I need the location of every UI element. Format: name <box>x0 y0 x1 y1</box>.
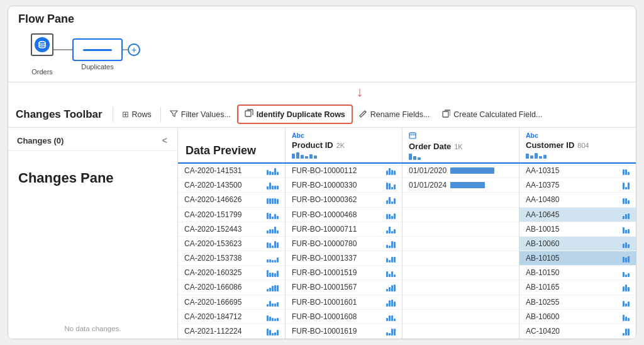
cid-sparkline <box>623 210 630 219</box>
product-id-cell: FUR-BO-10001519 <box>286 266 402 280</box>
no-data-label: No data changes. <box>64 325 121 332</box>
order-date-cell <box>402 237 519 251</box>
customer-id-cell: AB-10165 <box>519 280 636 295</box>
filter-rows-button[interactable]: ⊞ Rows <box>116 106 158 122</box>
changes-pane-title: Changes Pane <box>8 151 177 193</box>
pid-sparkline <box>386 210 396 219</box>
order-date-cell <box>402 193 519 207</box>
order-date-cell <box>402 208 519 222</box>
pid-sparkline <box>386 254 396 263</box>
customer-id-cell: AA-10480 <box>519 193 636 207</box>
pid-sparkline <box>386 327 396 336</box>
flow-pane-title: Flow Pane <box>18 13 626 26</box>
mini-bar-1 <box>292 154 295 159</box>
od-bar-3 <box>418 157 421 160</box>
row-sparkline <box>267 327 279 336</box>
row-id-cell: CA-2020-166695 <box>178 295 285 310</box>
svg-rect-3 <box>409 133 416 139</box>
data-preview-area: Data Preview Abc Product ID 2K <box>178 128 636 339</box>
customer-id-count: 804 <box>577 142 589 149</box>
cid-bar-2 <box>530 156 533 159</box>
customer-id-column: AA-10315 AA-10375 AA-10480 AA-10645 <box>519 164 636 339</box>
rename-fields-button[interactable]: Rename Fields... <box>353 106 436 123</box>
cid-bar-1 <box>526 154 529 159</box>
customer-id-cell: AB-10255 <box>519 295 636 310</box>
add-node-button[interactable]: + <box>128 43 140 56</box>
customer-id-cell: AA-10315 <box>519 164 636 178</box>
row-sparkline <box>267 210 279 219</box>
order-date-cell <box>402 266 519 280</box>
connector-line <box>53 49 72 50</box>
order-date-cell <box>402 295 519 310</box>
product-id-cell: FUR-BO-10000362 <box>286 193 402 207</box>
cid-sparkline <box>623 283 630 291</box>
pid-sparkline <box>386 239 396 248</box>
collapse-button[interactable]: < <box>160 134 170 147</box>
product-id-name: Product ID <box>292 140 333 150</box>
customer-id-col-header: Abc Customer ID 804 <box>519 128 636 162</box>
changes-count-label: Changes (0) <box>17 136 64 145</box>
od-bar-1 <box>409 154 412 160</box>
cid-bar-4 <box>539 156 542 159</box>
create-calculated-label: Create Calculated Field... <box>453 110 542 119</box>
pid-sparkline <box>386 225 396 234</box>
flow-area: Orders Duplicates + <box>18 31 626 77</box>
cid-sparkline <box>623 254 630 263</box>
customer-id-cell: AA-10375 <box>519 178 636 193</box>
cid-sparkline <box>623 181 630 189</box>
flow-node-orders[interactable]: Orders <box>31 33 53 76</box>
product-id-sparkline <box>292 152 396 159</box>
svg-point-0 <box>39 42 45 44</box>
row-sparkline <box>267 312 279 321</box>
product-id-cell: FUR-BO-10001619 <box>286 324 402 339</box>
changes-sidebar: Changes (0) < Changes Pane No data chang… <box>8 128 178 339</box>
pid-sparkline <box>386 298 396 307</box>
duplicates-label: Duplicates <box>81 63 113 71</box>
customer-id-cell: AB-10015 <box>519 222 636 237</box>
order-date-cell: 01/01/2020 <box>402 164 519 178</box>
connector-line-2 <box>123 49 128 50</box>
product-id-count: 2K <box>336 142 345 149</box>
row-id-cell: CA-2020-153623 <box>178 237 285 251</box>
order-date-cell: 01/01/2024 <box>402 178 519 193</box>
cid-sparkline <box>623 312 630 321</box>
cid-sparkline <box>623 195 630 204</box>
row-id-cell: CA-2020-184712 <box>178 310 285 324</box>
product-id-cell: FUR-BO-10001337 <box>286 251 402 266</box>
rename-fields-label: Rename Fields... <box>370 110 430 119</box>
identify-duplicates-button[interactable]: Identify Duplicate Rows <box>237 105 353 124</box>
down-arrow-icon: ↓ <box>357 84 364 100</box>
row-id-cell: CA-2020-143500 <box>178 178 285 193</box>
customer-id-cell: AA-10645 <box>519 208 636 222</box>
customer-id-sparkline <box>526 152 630 159</box>
row-id-cell: CA-2020-141531 <box>178 164 285 178</box>
row-sparkline <box>267 268 279 277</box>
data-preview-title: Data Preview <box>186 144 256 157</box>
order-date-cell <box>402 222 519 237</box>
row-id-cell: CA-2021-112224 <box>178 324 285 339</box>
row-id-cell: CA-2020-166086 <box>178 280 285 295</box>
calc-icon <box>442 110 450 120</box>
mini-bar-3 <box>301 155 304 159</box>
product-id-cell: FUR-BO-10000780 <box>286 237 402 251</box>
filter-icon <box>170 110 178 120</box>
customer-id-cell: AC-10420 <box>519 324 636 339</box>
cid-sparkline <box>623 327 630 336</box>
create-calculated-button[interactable]: Create Calculated Field... <box>436 106 548 123</box>
duplicate-icon <box>245 109 253 120</box>
customer-id-cell: AB-10105 <box>519 251 636 266</box>
data-preview-header: Data Preview Abc Product ID 2K <box>178 128 636 164</box>
cid-sparkline <box>623 166 630 175</box>
database-icon <box>35 37 50 52</box>
toolbar-separator-1 <box>113 107 113 122</box>
cid-sparkline <box>623 225 630 234</box>
content-area: Changes (0) < Changes Pane No data chang… <box>8 128 636 339</box>
product-id-cell: FUR-BO-10001567 <box>286 280 402 295</box>
pid-sparkline <box>386 283 396 291</box>
filter-values-button[interactable]: Filter Values... <box>164 106 237 123</box>
row-sparkline <box>267 239 279 248</box>
table-icon: ⊞ <box>122 110 129 119</box>
flow-node-duplicates[interactable]: Duplicates <box>72 38 123 71</box>
cid-bar-5 <box>543 155 547 159</box>
rename-icon <box>359 110 367 120</box>
